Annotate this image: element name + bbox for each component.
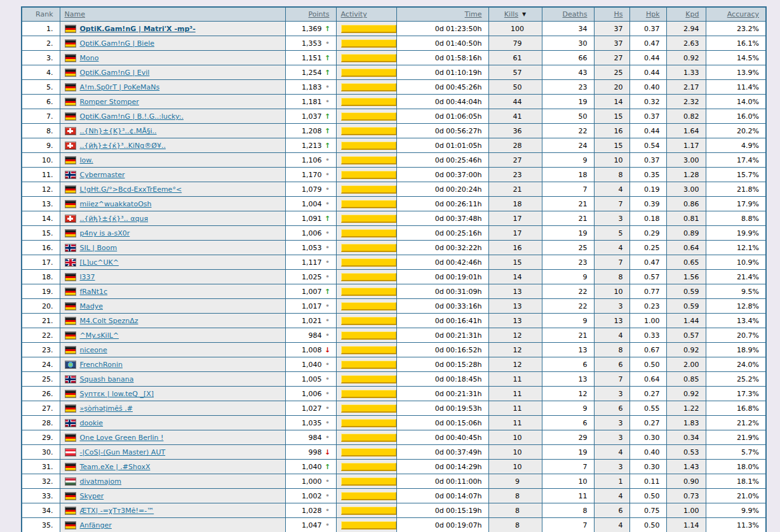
hpk-cell: 0.39 [629,197,666,211]
deaths-cell: 7 [542,460,594,474]
column-header-hs-label[interactable]: Hs [614,10,622,18]
trend-up-icon: ↑ [325,215,331,223]
player-name-link[interactable]: Romper Stomper [80,98,139,106]
activity-bar [341,477,396,486]
player-name-link[interactable]: [L]uc^UK^ [80,258,119,267]
points-cell: 1,000• [285,474,336,489]
player-name-link[interactable]: -|CoS|-(Gun Master) AUT [80,448,166,456]
player-name-link[interactable]: fRaNt1c [80,288,108,296]
player-name-link[interactable]: Team.eXe | .#ShoxX [80,463,151,471]
time-cell: 0d 00:16:52h [396,343,488,357]
name-cell: ÆTX| -=χTт3Mê!=-™ [60,503,285,518]
name-cell: low. [60,153,285,168]
accuracy-cell: 17.9% [706,197,766,211]
player-name-link[interactable]: Mono [80,54,99,62]
player-name-link[interactable]: ..{ӥђ}±{ќ}³..KiNg®Ø¥.. [80,142,166,150]
kills-cell: 100 [488,22,542,36]
column-header-rank-label: Rank [36,10,53,18]
player-name-link[interactable]: ..{Nh}±{K}³..¢.MÅ§i.. [80,127,157,135]
activity-cell [336,284,396,299]
player-name-link[interactable]: FrenchRonin [80,361,123,369]
kpd-cell: 0.89 [666,226,706,241]
player-name-link[interactable]: OptiK.Gam!nG | Evil [80,69,150,77]
column-header-hpk-label[interactable]: Hpk [646,10,660,18]
column-header-kpd-label[interactable]: Kpd [685,10,699,18]
deaths-cell: 23 [542,255,594,270]
column-header-name-label[interactable]: Name [65,10,85,18]
player-name-link[interactable]: niceone [80,346,107,354]
deaths-cell: 25 [542,241,594,255]
flag-germany-icon [65,200,76,208]
player-name-link[interactable]: One Love Green Berlin ! [80,434,164,442]
player-name-link[interactable]: SIL | Boom [80,244,118,252]
player-name-link[interactable]: Madye [80,302,104,310]
column-header-points-label[interactable]: Points [308,10,329,18]
time-cell: 0d 00:33:16h [396,299,488,314]
player-name-link[interactable]: Cybermaster [80,171,125,179]
player-name-link[interactable]: OptiK.Gam!nG | B.!.G..:lucky:. [80,112,184,121]
column-header-kills-label[interactable]: Kills [504,10,518,18]
column-header-activity-label[interactable]: Activity [341,10,367,18]
table-row: 10.low.1,106•0d 00:25:46h279100.373.0017… [22,153,766,168]
hs-cell: 25 [594,65,629,80]
name-cell: dookie [60,416,285,430]
player-name-link[interactable]: M4.Colt SpeznΔz [80,317,138,325]
rank-cell: 26. [22,387,60,401]
time-cell: 0d 00:26:11h [396,197,488,211]
activity-cell [336,445,396,460]
hs-cell: 8 [594,168,629,182]
hs-cell: 4 [594,241,629,255]
points-cell: 1,005• [285,372,336,387]
points-value: 1,006 [302,229,322,237]
player-name-link[interactable]: Anfänger [80,521,112,529]
player-name-link[interactable]: miiez^wuakkatoOsh [80,200,152,208]
column-header-deaths-label[interactable]: Deaths [563,10,588,18]
player-name-link[interactable]: divatmajom [80,477,122,486]
time-cell: 0d 00:31:09h [396,284,488,299]
player-name-link[interactable]: »şòḿәtjmêš .# [80,404,133,413]
player-name-link[interactable]: OptiK.Gam!nG | Biele [80,39,155,48]
player-name-link[interactable]: OptiK.Gam!nG | Matri'X -mp³- [80,25,196,33]
flag-norway-icon [65,419,76,427]
player-name-link[interactable]: L!gHt.G/°>Bcd-ExxTrEeme°< [80,185,182,194]
column-header-accuracy-label[interactable]: Accuracy [727,10,759,18]
activity-bar [341,448,396,456]
player-name-link[interactable]: dookie [80,419,104,427]
player-name-link[interactable]: Syптεк | low.teQ _[X] [80,390,154,398]
activity-cell [336,51,396,65]
column-header-time-label[interactable]: Time [465,10,482,18]
player-name-link[interactable]: Skyper [80,492,104,500]
flag-germany-icon [65,521,76,529]
activity-bar [341,127,396,135]
player-name-link[interactable]: p4ny is a-sX0r [80,229,130,237]
rank-cell: 22. [22,328,60,343]
time-cell: 0d 00:19:01h [396,270,488,284]
points-value: 1,002 [302,492,322,500]
player-name-link[interactable]: ^My.sKilL^ [80,331,119,340]
kills-cell: 57 [488,65,542,80]
points-wrapper: 1,017• [286,302,336,310]
rank-cell: 28. [22,416,60,430]
player-name-link[interactable]: low. [80,156,93,164]
hpk-cell: 0.25 [629,241,666,255]
player-name-link[interactable]: ..{ӥђ}±{ќ}³.. αquя [80,215,149,223]
activity-cell [336,489,396,503]
name-cell: Squash banana [60,372,285,387]
kpd-cell: 3.00 [666,182,706,197]
time-cell: 0d 00:20:24h [396,182,488,197]
player-name-link[interactable]: Squash banana [80,375,134,383]
hpk-cell: 0.27 [629,387,666,401]
points-value: 1,035 [302,419,322,427]
points-cell: 1,181• [285,95,336,109]
points-value: 1,037 [302,112,322,121]
player-name-link[interactable]: l337 [80,273,95,281]
accuracy-cell: 5.7% [706,445,766,460]
activity-bar [341,54,396,62]
points-value: 1,353 [302,39,322,48]
hs-cell: 3 [594,430,629,445]
kills-cell: 12 [488,357,542,372]
time-cell: 0d 00:25:46h [396,153,488,168]
player-name-link[interactable]: A!m.Sp0rT | PoKeMaNs [80,83,160,91]
player-name-link[interactable]: ÆTX| -=χTт3Mê!=-™ [80,507,154,515]
kills-cell: 13 [488,299,542,314]
